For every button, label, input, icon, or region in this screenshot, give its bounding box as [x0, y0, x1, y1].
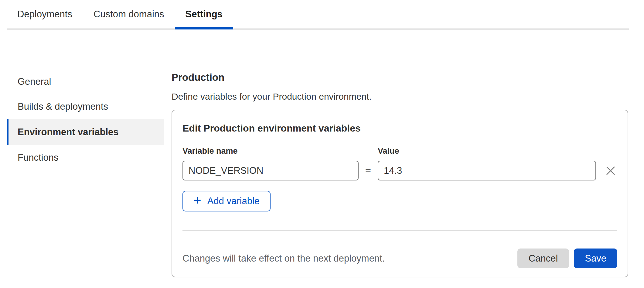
edit-variables-card: Edit Production environment variables Va… — [172, 110, 628, 277]
equals-separator: = — [359, 161, 378, 180]
project-tab-bar: Deployments Custom domains Settings — [7, 0, 629, 29]
value-label: Value — [378, 146, 596, 156]
save-button[interactable]: Save — [574, 249, 617, 268]
variable-name-column: Variable name — [182, 146, 359, 180]
deployment-note: Changes will take effect on the next dep… — [182, 253, 385, 264]
card-footer: Changes will take effect on the next dep… — [182, 249, 617, 268]
sidebar-item-functions[interactable]: Functions — [7, 145, 164, 170]
sidebar-item-builds-deployments[interactable]: Builds & deployments — [7, 94, 164, 119]
tab-deployments[interactable]: Deployments — [7, 0, 83, 29]
sidebar-item-general[interactable]: General — [7, 69, 164, 94]
cancel-button[interactable]: Cancel — [517, 249, 569, 268]
remove-variable-button[interactable] — [604, 164, 617, 177]
card-divider — [182, 230, 617, 231]
add-variable-button[interactable]: + Add variable — [182, 191, 271, 211]
variable-name-label: Variable name — [182, 146, 359, 156]
settings-sidebar: General Builds & deployments Environment… — [7, 29, 164, 277]
add-variable-label: Add variable — [207, 196, 260, 207]
card-title: Edit Production environment variables — [182, 122, 617, 134]
plus-icon: + — [193, 194, 201, 207]
remove-variable-cell — [596, 161, 617, 180]
environment-variables-panel: Production Define variables for your Pro… — [172, 29, 628, 277]
page-description: Define variables for your Production env… — [172, 91, 628, 102]
footer-actions: Cancel Save — [517, 249, 617, 268]
variable-value-column: Value — [378, 146, 596, 180]
tab-custom-domains[interactable]: Custom domains — [83, 0, 175, 29]
tab-settings[interactable]: Settings — [175, 0, 233, 29]
variable-name-input[interactable] — [182, 161, 359, 180]
variable-row: Variable name = Value — [182, 146, 617, 180]
page-title: Production — [172, 71, 628, 84]
variable-value-input[interactable] — [378, 161, 596, 180]
x-close-icon — [606, 166, 615, 175]
settings-content: General Builds & deployments Environment… — [7, 29, 644, 277]
sidebar-item-environment-variables[interactable]: Environment variables — [7, 119, 164, 145]
